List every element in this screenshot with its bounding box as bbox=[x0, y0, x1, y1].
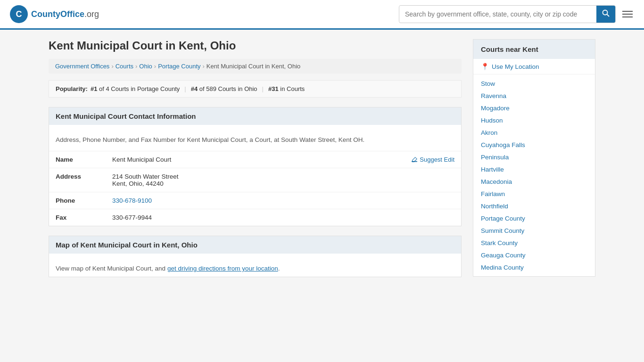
sidebar: Courts near Kent 📍 Use My Location Stow … bbox=[473, 39, 595, 287]
list-item: Ravenna bbox=[473, 90, 595, 102]
use-location: 📍 Use My Location bbox=[473, 59, 595, 74]
svg-line-3 bbox=[607, 15, 610, 17]
address-label: Address bbox=[49, 168, 106, 192]
logo-text: CountyOffice.org bbox=[31, 9, 99, 19]
breadcrumb-sep: › bbox=[135, 63, 137, 70]
popularity-label: Popularity: bbox=[56, 85, 88, 92]
sidebar-link-macedonia[interactable]: Macedonia bbox=[481, 178, 512, 185]
breadcrumb-sep: › bbox=[154, 63, 156, 70]
list-item: Northfield bbox=[473, 200, 595, 212]
sidebar-link-geauga-county[interactable]: Geauga County bbox=[481, 252, 526, 259]
list-item: Summit County bbox=[473, 224, 595, 237]
name-label: Name bbox=[49, 151, 106, 168]
header-right bbox=[399, 5, 635, 23]
phone-label: Phone bbox=[49, 192, 106, 209]
sidebar-list: Stow Ravenna Mogadore Hudson Akron Cuyah… bbox=[473, 74, 595, 276]
list-item: Geauga County bbox=[473, 249, 595, 261]
table-row-address: Address 214 South Water Street Kent, Ohi… bbox=[49, 168, 461, 192]
contact-table: Name Kent Municipal Court Suggest Edit bbox=[49, 151, 461, 226]
name-value: Kent Municipal Court Suggest Edit bbox=[106, 151, 461, 168]
breadcrumb: Government Offices › Courts › Ohio › Por… bbox=[49, 59, 462, 74]
pin-icon: 📍 bbox=[481, 63, 489, 70]
sidebar-link-hudson[interactable]: Hudson bbox=[481, 117, 503, 124]
map-card: Map of Kent Municipal Court in Kent, Ohi… bbox=[49, 236, 462, 277]
svg-point-2 bbox=[603, 10, 608, 15]
sidebar-header: Courts near Kent bbox=[473, 40, 595, 59]
popularity-bar: Popularity: #1 of 4 Courts in Portage Co… bbox=[49, 80, 462, 98]
search-button[interactable] bbox=[596, 6, 615, 23]
sidebar-link-cuyahoga-falls[interactable]: Cuyahoga Falls bbox=[481, 141, 525, 148]
list-item: Stark County bbox=[473, 237, 595, 249]
list-item: Hudson bbox=[473, 114, 595, 126]
phone-link[interactable]: 330-678-9100 bbox=[112, 197, 152, 204]
content-area: Kent Municipal Court in Kent, Ohio Gover… bbox=[49, 39, 462, 287]
list-item: Cuyahoga Falls bbox=[473, 139, 595, 151]
breadcrumb-current: Kent Municipal Court in Kent, Ohio bbox=[206, 63, 300, 70]
fax-label: Fax bbox=[49, 209, 106, 226]
sidebar-link-medina-county[interactable]: Medina County bbox=[481, 264, 524, 271]
sidebar-link-mogadore[interactable]: Mogadore bbox=[481, 105, 510, 112]
sidebar-link-fairlawn[interactable]: Fairlawn bbox=[481, 190, 505, 197]
breadcrumb-ohio[interactable]: Ohio bbox=[139, 63, 152, 70]
list-item: Medina County bbox=[473, 261, 595, 273]
breadcrumb-gov-offices[interactable]: Government Offices bbox=[55, 63, 109, 70]
use-location-link[interactable]: Use My Location bbox=[492, 63, 539, 70]
pop-rank3: #31 in Courts bbox=[268, 85, 305, 92]
sidebar-link-ravenna[interactable]: Ravenna bbox=[481, 92, 506, 99]
logo-icon: C bbox=[9, 5, 28, 24]
contact-card: Kent Municipal Court Contact Information… bbox=[49, 107, 462, 226]
menu-line bbox=[622, 11, 633, 12]
list-item: Fairlawn bbox=[473, 188, 595, 200]
list-item: Akron bbox=[473, 126, 595, 139]
sidebar-link-akron[interactable]: Akron bbox=[481, 129, 497, 136]
pop-rank1: #1 of 4 Courts in Portage County bbox=[91, 85, 180, 92]
search-input[interactable] bbox=[399, 7, 596, 22]
logo-area: C CountyOffice.org bbox=[9, 5, 99, 24]
search-box bbox=[399, 5, 616, 23]
list-item: Macedonia bbox=[473, 175, 595, 188]
sidebar-link-northfield[interactable]: Northfield bbox=[481, 203, 508, 210]
sidebar-link-hartville[interactable]: Hartville bbox=[481, 166, 504, 173]
sidebar-box: Courts near Kent 📍 Use My Location Stow … bbox=[473, 39, 595, 277]
breadcrumb-sep: › bbox=[203, 63, 205, 70]
map-description: View map of Kent Municipal Court, and ge… bbox=[49, 260, 461, 277]
table-row-phone: Phone 330-678-9100 bbox=[49, 192, 461, 209]
sidebar-link-portage-county[interactable]: Portage County bbox=[481, 215, 525, 222]
breadcrumb-courts[interactable]: Courts bbox=[116, 63, 133, 70]
pop-rank2: #4 of 589 Courts in Ohio bbox=[191, 85, 257, 92]
suggest-edit-link[interactable]: Suggest Edit bbox=[411, 156, 454, 163]
map-section-header: Map of Kent Municipal Court in Kent, Ohi… bbox=[49, 236, 461, 254]
fax-value: 330-677-9944 bbox=[106, 209, 461, 226]
phone-value: 330-678-9100 bbox=[106, 192, 461, 209]
pop-divider: | bbox=[184, 85, 186, 92]
edit-icon bbox=[411, 156, 418, 163]
svg-text:C: C bbox=[16, 9, 22, 19]
list-item: Hartville bbox=[473, 163, 595, 175]
search-icon bbox=[602, 9, 610, 17]
sidebar-link-stow[interactable]: Stow bbox=[481, 80, 495, 87]
main-container: Kent Municipal Court in Kent, Ohio Gover… bbox=[39, 30, 605, 296]
menu-button[interactable] bbox=[620, 9, 635, 19]
sidebar-link-summit-county[interactable]: Summit County bbox=[481, 227, 524, 234]
table-row-name: Name Kent Municipal Court Suggest Edit bbox=[49, 151, 461, 168]
page-title: Kent Municipal Court in Kent, Ohio bbox=[49, 39, 462, 52]
pop-divider: | bbox=[262, 85, 264, 92]
table-row-fax: Fax 330-677-9944 bbox=[49, 209, 461, 226]
menu-line bbox=[622, 14, 633, 15]
list-item: Portage County bbox=[473, 212, 595, 224]
menu-line bbox=[622, 16, 633, 17]
breadcrumb-sep: › bbox=[111, 63, 113, 70]
sidebar-link-stark-county[interactable]: Stark County bbox=[481, 239, 518, 247]
sidebar-link-peninsula[interactable]: Peninsula bbox=[481, 154, 509, 161]
list-item: Stow bbox=[473, 77, 595, 90]
contact-section-header: Kent Municipal Court Contact Information bbox=[49, 107, 461, 125]
list-item: Mogadore bbox=[473, 102, 595, 114]
breadcrumb-portage-county[interactable]: Portage County bbox=[158, 63, 200, 70]
list-item: Peninsula bbox=[473, 151, 595, 163]
header: C CountyOffice.org bbox=[0, 0, 644, 30]
driving-directions-link[interactable]: get driving directions from your locatio… bbox=[167, 265, 278, 272]
contact-description: Address, Phone Number, and Fax Number fo… bbox=[49, 132, 461, 151]
address-value: 214 South Water Street Kent, Ohio, 44240 bbox=[106, 168, 461, 192]
